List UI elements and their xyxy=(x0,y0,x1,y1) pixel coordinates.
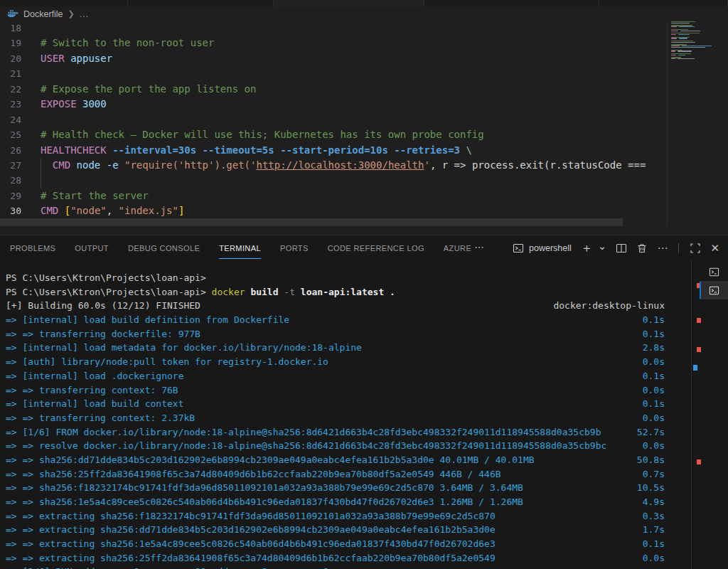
editor-line[interactable]: 29# Start the server xyxy=(0,188,667,203)
editor-line[interactable]: 28 xyxy=(0,173,667,188)
split-terminal-icon[interactable] xyxy=(616,243,627,254)
terminal-segment: => => extracting sha256:25ff2da83641908f… xyxy=(6,553,496,563)
breadcrumb-file[interactable]: Dockerfile xyxy=(23,9,63,19)
panel-tab-debug-console[interactable]: DEBUG CONSOLE xyxy=(128,237,200,259)
editor-tab[interactable] xyxy=(424,0,599,7)
terminal-row-duration: 0.1s xyxy=(643,327,665,341)
bottom-panel: PROBLEMSOUTPUTDEBUG CONSOLETERMINALPORTS… xyxy=(0,235,728,569)
terminal-segment: => => sha256:f18232174bc91741fdf3da96d85… xyxy=(6,482,523,493)
terminal-row-text: => => transferring dockerfile: 977B xyxy=(6,327,643,341)
more-panel-tabs-icon[interactable]: ⋯ xyxy=(474,241,484,255)
minimap[interactable] xyxy=(670,21,728,228)
scrollbar-thumb[interactable] xyxy=(0,218,623,226)
terminal-row-duration: 0.1s xyxy=(643,537,665,551)
panel-more-actions-icon[interactable]: ⋯ xyxy=(657,243,668,254)
editor-line[interactable]: 22# Expose the port the app listens on xyxy=(0,82,667,97)
code-text: HEALTHCHECK --interval=30s --timeout=5s … xyxy=(41,143,472,158)
code-text: CMD ["node", "index.js"] xyxy=(41,203,184,218)
terminal-row-duration: 0.1s xyxy=(643,369,665,383)
close-panel-icon[interactable]: ✕ xyxy=(710,243,719,254)
terminal-row-duration: 10.5s xyxy=(637,481,665,495)
new-terminal-button[interactable]: ＋ xyxy=(581,243,593,254)
editor-line[interactable]: 24 xyxy=(0,112,667,127)
terminal-segment: => => extracting sha256:dd71dde834b5c203… xyxy=(6,524,496,535)
panel-tab-output[interactable]: OUTPUT xyxy=(75,237,109,259)
editor-line[interactable]: 26HEALTHCHECK --interval=30s --timeout=5… xyxy=(0,143,667,158)
terminal-session-item-active[interactable] xyxy=(700,281,728,299)
terminal-row: => => transferring dockerfile: 977B0.1s xyxy=(6,327,665,341)
terminal-row: [+] Building 60.0s (12/12) FINISHEDdocke… xyxy=(6,299,665,313)
breadcrumb-more[interactable]: ... xyxy=(80,9,89,19)
scrollbar-marker-red xyxy=(697,347,701,352)
editor[interactable]: 1819# Switch to the non-root user20USER … xyxy=(0,21,667,227)
code-text: CMD node -e "require('http').get('http:/… xyxy=(41,158,646,173)
editor-tab-active[interactable] xyxy=(274,0,424,7)
panel-tab-terminal[interactable]: TERMINAL xyxy=(219,237,261,259)
panel-tab-problems[interactable]: PROBLEMS xyxy=(10,237,55,259)
editor-tab[interactable] xyxy=(128,0,274,7)
scrollbar-marker-red xyxy=(697,318,701,323)
panel-actions: powershell ＋ ⌄ ⋯ ✕ xyxy=(513,235,719,260)
terminal-side-rail xyxy=(691,260,728,569)
terminal-session-item[interactable] xyxy=(700,262,728,281)
code-segment: 3000 xyxy=(77,98,107,110)
editor-horizontal-scrollbar[interactable] xyxy=(0,218,667,226)
editor-line[interactable]: 27 CMD node -e "require('http').get('htt… xyxy=(0,158,667,173)
editor-line[interactable]: 25# Health check — Docker will use this;… xyxy=(0,127,667,142)
code-segment: \ xyxy=(460,144,472,156)
editor-line[interactable]: 19# Switch to the non-root user xyxy=(0,36,667,50)
editor-tab[interactable] xyxy=(0,0,128,7)
terminal-row-text: => => sha256:25ff2da83641908f65c3a74d804… xyxy=(6,467,643,482)
line-number: 21 xyxy=(0,66,21,81)
panel-tab-azure[interactable]: AZURE xyxy=(444,237,471,259)
terminal-row-text: PS C:\Users\Ktron\Projects\loan-api> doc… xyxy=(6,285,665,299)
minimap-line xyxy=(678,34,690,35)
kill-terminal-trash-icon[interactable] xyxy=(636,243,648,254)
editor-line[interactable]: 20USER appuser xyxy=(0,51,667,66)
terminal-segment: => [internal] load .dockerignore xyxy=(6,371,183,381)
launch-profile-chevron-icon[interactable]: ⌄ xyxy=(598,240,607,252)
terminal-row-duration: 4.9s xyxy=(643,495,665,509)
editor-line[interactable]: 30CMD ["node", "index.js"] xyxy=(0,203,667,218)
terminal-segment: PS C:\Users\Ktron\Projects\loan-api> xyxy=(6,287,212,297)
code-segment: CMD xyxy=(53,159,70,171)
code-segment: [ xyxy=(65,205,70,216)
terminal-sessions-list xyxy=(700,262,728,299)
minimap-line xyxy=(679,26,695,27)
terminal-row-text: => [1/6] FROM docker.io/library/node:18-… xyxy=(6,425,637,440)
line-number: 30 xyxy=(0,203,21,218)
chevron-right-icon: ❯ xyxy=(68,9,75,18)
terminal-row-duration: 50.8s xyxy=(637,453,665,467)
code-text: USER appuser xyxy=(41,51,112,66)
maximize-panel-icon[interactable] xyxy=(690,243,701,254)
code-segment: http://localhost:3000/health xyxy=(256,159,424,171)
terminal-row-duration: 0.0s xyxy=(643,439,665,453)
terminal-row-duration: 0.7s xyxy=(643,467,665,482)
terminal-row: => => extracting sha256:dd71dde834b5c203… xyxy=(6,523,665,537)
code-segment: CMD xyxy=(41,205,58,216)
code-segment: USER xyxy=(41,53,65,64)
terminal-segment: [+] Building 60.0s (12/12) FINISHED xyxy=(6,300,200,311)
panel-tab-code-reference-log[interactable]: CODE REFERENCE LOG xyxy=(328,237,424,259)
panel-tab-ports[interactable]: PORTS xyxy=(280,237,309,259)
editor-line[interactable]: 23EXPOSE 3000 xyxy=(0,97,667,112)
terminal-row-duration: 0.3s xyxy=(643,509,665,523)
minimap-line xyxy=(678,58,695,59)
terminal-output[interactable]: PS C:\Users\Ktron\Projects\loan-api> PS … xyxy=(6,271,665,569)
terminal-row-text: => => transferring context: 2.37kB xyxy=(6,411,643,425)
terminal-row-duration: 0.1s xyxy=(643,397,665,411)
terminal-segment: => [internal] load build definition from… xyxy=(6,314,289,325)
terminal-segment: => => sha256:1e5a4c89cee5c0826c540ab06d4… xyxy=(6,496,523,507)
editor-line[interactable]: 21 xyxy=(0,66,667,81)
minimap-line xyxy=(671,42,695,43)
terminal-shell-button[interactable]: powershell xyxy=(513,243,572,254)
code-segment: # Start the server xyxy=(41,190,149,201)
panel-tabs: PROBLEMSOUTPUTDEBUG CONSOLETERMINALPORTS… xyxy=(10,237,471,259)
code-segment: HEALTHCHECK xyxy=(41,144,107,156)
editor-line[interactable]: 18 xyxy=(0,21,667,36)
shell-label: powershell xyxy=(529,243,572,253)
terminal-segment: => => resolve docker.io/library/node:18-… xyxy=(6,440,606,451)
editor-tab[interactable] xyxy=(599,0,728,7)
terminal-row: => => extracting sha256:1e5a4c89cee5c082… xyxy=(6,537,665,551)
line-number: 22 xyxy=(0,82,21,97)
